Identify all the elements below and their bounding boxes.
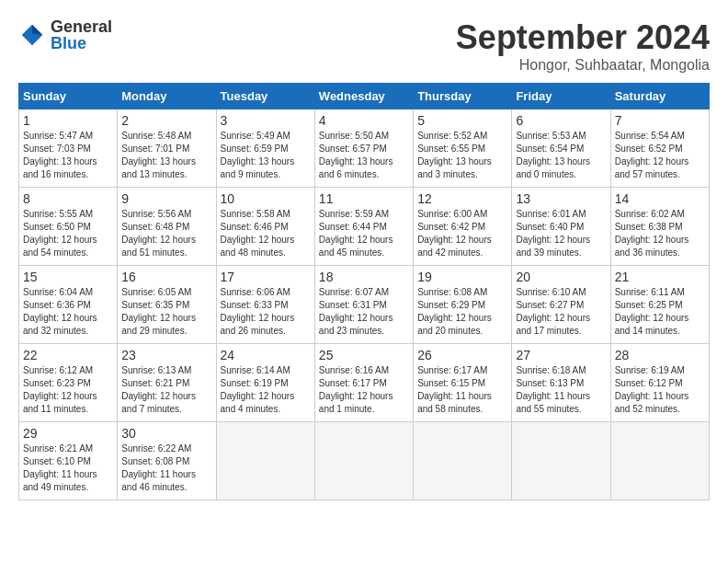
header-friday: Friday [512, 84, 610, 109]
day-number: 16 [121, 270, 211, 284]
day-info: Sunrise: 6:21 AMSunset: 6:10 PMDaylight:… [23, 443, 97, 492]
calendar-cell [512, 422, 610, 500]
calendar-week-1: 1 Sunrise: 5:47 AMSunset: 7:03 PMDayligh… [19, 109, 710, 188]
day-info: Sunrise: 5:50 AMSunset: 6:57 PMDaylight:… [319, 131, 393, 179]
day-info: Sunrise: 6:07 AMSunset: 6:31 PMDaylight:… [319, 287, 393, 336]
day-info: Sunrise: 6:08 AMSunset: 6:29 PMDaylight:… [417, 287, 492, 336]
day-info: Sunrise: 5:59 AMSunset: 6:44 PMDaylight:… [319, 209, 393, 258]
header-sunday: Sunday [19, 84, 118, 109]
day-number: 6 [516, 113, 606, 128]
calendar-cell: 10 Sunrise: 5:58 AMSunset: 6:46 PMDaylig… [216, 188, 314, 266]
day-info: Sunrise: 5:52 AMSunset: 6:55 PMDaylight:… [417, 131, 492, 179]
day-number: 2 [121, 113, 211, 128]
page-header: General Blue September 2024 Hongor, Suhb… [18, 18, 710, 74]
day-number: 20 [516, 270, 606, 284]
day-info: Sunrise: 6:12 AMSunset: 6:23 PMDaylight:… [23, 365, 97, 414]
day-info: Sunrise: 5:49 AMSunset: 6:59 PMDaylight:… [221, 131, 295, 179]
day-number: 10 [221, 191, 311, 206]
day-info: Sunrise: 6:10 AMSunset: 6:27 PMDaylight:… [516, 287, 590, 336]
day-number: 7 [615, 113, 705, 128]
day-info: Sunrise: 5:47 AMSunset: 7:03 PMDaylight:… [23, 131, 97, 179]
calendar-cell: 11 Sunrise: 5:59 AMSunset: 6:44 PMDaylig… [314, 188, 413, 266]
day-info: Sunrise: 6:14 AMSunset: 6:19 PMDaylight:… [221, 365, 295, 414]
day-info: Sunrise: 6:01 AMSunset: 6:40 PMDaylight:… [516, 209, 590, 258]
logo-icon [18, 21, 46, 49]
day-info: Sunrise: 6:06 AMSunset: 6:33 PMDaylight:… [221, 287, 295, 336]
day-number: 24 [221, 348, 311, 362]
calendar-week-2: 8 Sunrise: 5:55 AMSunset: 6:50 PMDayligh… [19, 188, 710, 266]
calendar-header-row: SundayMondayTuesdayWednesdayThursdayFrid… [19, 84, 710, 109]
logo-blue: Blue [51, 35, 112, 52]
day-info: Sunrise: 6:00 AMSunset: 6:42 PMDaylight:… [417, 209, 492, 258]
calendar-cell: 30 Sunrise: 6:22 AMSunset: 6:08 PMDaylig… [118, 422, 216, 500]
calendar-cell: 18 Sunrise: 6:07 AMSunset: 6:31 PMDaylig… [314, 266, 413, 344]
calendar-cell: 24 Sunrise: 6:14 AMSunset: 6:19 PMDaylig… [216, 344, 314, 422]
calendar-cell: 29 Sunrise: 6:21 AMSunset: 6:10 PMDaylig… [19, 422, 118, 500]
day-info: Sunrise: 5:53 AMSunset: 6:54 PMDaylight:… [516, 131, 590, 179]
day-number: 18 [319, 270, 409, 284]
day-number: 15 [23, 270, 113, 284]
calendar-cell [314, 422, 413, 500]
svg-marker-1 [32, 25, 42, 35]
day-number: 11 [319, 191, 409, 206]
day-info: Sunrise: 6:16 AMSunset: 6:17 PMDaylight:… [319, 365, 393, 414]
calendar-cell: 26 Sunrise: 6:17 AMSunset: 6:15 PMDaylig… [414, 344, 512, 422]
calendar-cell: 20 Sunrise: 6:10 AMSunset: 6:27 PMDaylig… [512, 266, 610, 344]
calendar-cell: 8 Sunrise: 5:55 AMSunset: 6:50 PMDayligh… [19, 188, 118, 266]
calendar-week-4: 22 Sunrise: 6:12 AMSunset: 6:23 PMDaylig… [19, 344, 710, 422]
day-info: Sunrise: 5:54 AMSunset: 6:52 PMDaylight:… [615, 131, 689, 179]
header-tuesday: Tuesday [216, 84, 314, 109]
day-number: 22 [23, 348, 113, 362]
day-number: 8 [23, 191, 113, 206]
day-info: Sunrise: 5:55 AMSunset: 6:50 PMDaylight:… [23, 209, 97, 258]
day-number: 1 [23, 113, 113, 128]
logo-text: General Blue [51, 18, 112, 52]
day-number: 3 [221, 113, 311, 128]
calendar-cell: 3 Sunrise: 5:49 AMSunset: 6:59 PMDayligh… [216, 109, 314, 188]
calendar-cell: 22 Sunrise: 6:12 AMSunset: 6:23 PMDaylig… [19, 344, 118, 422]
day-info: Sunrise: 6:11 AMSunset: 6:25 PMDaylight:… [615, 287, 689, 336]
calendar-cell [414, 422, 512, 500]
day-info: Sunrise: 6:19 AMSunset: 6:12 PMDaylight:… [615, 365, 689, 414]
day-info: Sunrise: 5:56 AMSunset: 6:48 PMDaylight:… [121, 209, 196, 258]
day-info: Sunrise: 6:18 AMSunset: 6:13 PMDaylight:… [516, 365, 590, 414]
day-info: Sunrise: 5:58 AMSunset: 6:46 PMDaylight:… [221, 209, 295, 258]
calendar-cell: 14 Sunrise: 6:02 AMSunset: 6:38 PMDaylig… [610, 188, 709, 266]
logo: General Blue [18, 18, 112, 52]
day-info: Sunrise: 6:22 AMSunset: 6:08 PMDaylight:… [121, 443, 196, 492]
day-info: Sunrise: 6:17 AMSunset: 6:15 PMDaylight:… [417, 365, 492, 414]
calendar-week-3: 15 Sunrise: 6:04 AMSunset: 6:36 PMDaylig… [19, 266, 710, 344]
day-number: 30 [121, 426, 211, 441]
header-saturday: Saturday [610, 84, 709, 109]
day-info: Sunrise: 6:05 AMSunset: 6:35 PMDaylight:… [121, 287, 196, 336]
day-info: Sunrise: 6:02 AMSunset: 6:38 PMDaylight:… [615, 209, 689, 258]
day-number: 26 [417, 348, 507, 362]
day-number: 12 [417, 191, 507, 206]
calendar-cell: 27 Sunrise: 6:18 AMSunset: 6:13 PMDaylig… [512, 344, 610, 422]
calendar-cell: 5 Sunrise: 5:52 AMSunset: 6:55 PMDayligh… [414, 109, 512, 188]
calendar-cell: 17 Sunrise: 6:06 AMSunset: 6:33 PMDaylig… [216, 266, 314, 344]
day-number: 28 [615, 348, 705, 362]
day-info: Sunrise: 5:48 AMSunset: 7:01 PMDaylight:… [121, 131, 196, 179]
day-number: 17 [221, 270, 311, 284]
calendar-cell: 4 Sunrise: 5:50 AMSunset: 6:57 PMDayligh… [314, 109, 413, 188]
day-number: 23 [121, 348, 211, 362]
calendar-cell: 1 Sunrise: 5:47 AMSunset: 7:03 PMDayligh… [19, 109, 118, 188]
header-monday: Monday [118, 84, 216, 109]
calendar-cell: 15 Sunrise: 6:04 AMSunset: 6:36 PMDaylig… [19, 266, 118, 344]
calendar-cell: 9 Sunrise: 5:56 AMSunset: 6:48 PMDayligh… [118, 188, 216, 266]
calendar-cell: 25 Sunrise: 6:16 AMSunset: 6:17 PMDaylig… [314, 344, 413, 422]
calendar-cell: 28 Sunrise: 6:19 AMSunset: 6:12 PMDaylig… [610, 344, 709, 422]
calendar-table: SundayMondayTuesdayWednesdayThursdayFrid… [18, 83, 710, 500]
location: Hongor, Suhbaatar, Mongolia [456, 57, 710, 74]
header-wednesday: Wednesday [314, 84, 413, 109]
calendar-cell: 6 Sunrise: 5:53 AMSunset: 6:54 PMDayligh… [512, 109, 610, 188]
day-number: 29 [23, 426, 113, 441]
calendar-cell: 23 Sunrise: 6:13 AMSunset: 6:21 PMDaylig… [118, 344, 216, 422]
title-section: September 2024 Hongor, Suhbaatar, Mongol… [456, 18, 710, 74]
calendar-cell [216, 422, 314, 500]
month-title: September 2024 [456, 18, 710, 57]
calendar-cell: 12 Sunrise: 6:00 AMSunset: 6:42 PMDaylig… [414, 188, 512, 266]
day-number: 9 [121, 191, 211, 206]
calendar-cell [610, 422, 709, 500]
